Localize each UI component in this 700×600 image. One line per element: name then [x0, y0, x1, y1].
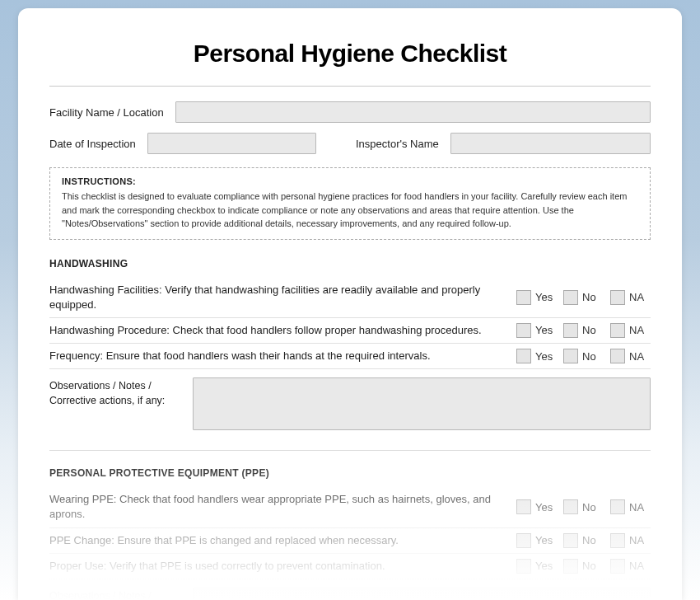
date-label: Date of Inspection — [49, 138, 136, 150]
checklist-item-text: Proper Use: Verify that PPE is used corr… — [49, 559, 510, 574]
label-yes: Yes — [535, 501, 557, 513]
date-inspector-row: Date of Inspection Inspector's Name — [49, 133, 651, 154]
page-title: Personal Hygiene Checklist — [49, 40, 651, 68]
checklist-row: Handwashing Procedure: Check that food h… — [49, 318, 651, 344]
label-no: No — [582, 350, 604, 363]
inspector-label: Inspector's Name — [356, 138, 439, 150]
checklist-item-text: Wearing PPE: Check that food handlers we… — [49, 492, 510, 522]
label-yes: Yes — [535, 324, 557, 336]
checkbox-yes[interactable] — [516, 533, 531, 548]
checkbox-na[interactable] — [610, 499, 625, 514]
label-na: NA — [629, 291, 651, 303]
checklist-item-text: PPE Change: Ensure that PPE is changed a… — [49, 533, 510, 548]
checklist-item-text: Handwashing Facilities: Verify that hand… — [49, 283, 510, 312]
label-na: NA — [629, 560, 651, 572]
checklist-row: PPE Change: Ensure that PPE is changed a… — [49, 528, 651, 554]
label-yes: Yes — [535, 291, 557, 303]
checkbox-no[interactable] — [563, 499, 578, 514]
instructions-heading: INSTRUCTIONS: — [62, 176, 638, 186]
document-page: Personal Hygiene Checklist Facility Name… — [18, 8, 682, 600]
checkbox-yes[interactable] — [516, 559, 531, 574]
checkbox-yes[interactable] — [516, 349, 531, 363]
instructions-text: This checklist is designed to evaluate c… — [62, 190, 638, 231]
checkbox-na[interactable] — [610, 349, 625, 363]
facility-label: Facility Name / Location — [49, 106, 164, 119]
checkbox-no[interactable] — [563, 559, 578, 574]
checkbox-na[interactable] — [610, 323, 625, 338]
checkbox-no[interactable] — [563, 323, 578, 338]
checkbox-na[interactable] — [610, 559, 625, 574]
label-na: NA — [629, 501, 651, 513]
label-yes: Yes — [535, 534, 557, 546]
label-na: NA — [629, 324, 651, 336]
label-no: No — [582, 324, 604, 336]
label-na: NA — [629, 350, 651, 363]
checkbox-no[interactable] — [563, 533, 578, 548]
label-yes: Yes — [535, 560, 557, 572]
checkbox-no[interactable] — [563, 290, 578, 305]
label-no: No — [582, 534, 604, 546]
observations-label: Observations / Notes / Corrective action… — [49, 588, 181, 600]
observations-textarea[interactable] — [193, 377, 651, 430]
section-heading-handwashing: HANDWASHING — [49, 258, 651, 270]
checkbox-yes[interactable] — [516, 290, 531, 305]
checklist-row: Proper Use: Verify that PPE is used corr… — [49, 554, 651, 579]
section-heading-ppe: PERSONAL PROTECTIVE EQUIPMENT (PPE) — [49, 467, 651, 479]
checklist-row: Wearing PPE: Check that food handlers we… — [49, 487, 651, 527]
checklist-row: Frequency: Ensure that food handlers was… — [49, 344, 651, 369]
inspector-input[interactable] — [450, 133, 651, 154]
label-no: No — [582, 291, 604, 303]
section-divider — [49, 450, 651, 451]
checklist-item-text: Handwashing Procedure: Check that food h… — [49, 323, 510, 338]
label-no: No — [582, 560, 604, 572]
checkbox-yes[interactable] — [516, 499, 531, 514]
label-no: No — [582, 501, 604, 513]
checkbox-yes[interactable] — [516, 323, 531, 338]
observations-row: Observations / Notes / Corrective action… — [49, 377, 651, 430]
checkbox-no[interactable] — [563, 349, 578, 363]
facility-input[interactable] — [175, 101, 651, 123]
checklist-item-text: Frequency: Ensure that food handlers was… — [49, 349, 510, 363]
title-divider — [49, 86, 651, 87]
instructions-box: INSTRUCTIONS: This checklist is designed… — [49, 167, 651, 240]
observations-row: Observations / Notes / Corrective action… — [49, 588, 651, 600]
date-input[interactable] — [147, 133, 316, 154]
checklist-row: Handwashing Facilities: Verify that hand… — [49, 278, 651, 318]
checkbox-na[interactable] — [610, 290, 625, 305]
label-na: NA — [629, 534, 651, 546]
checkbox-na[interactable] — [610, 533, 625, 548]
observations-label: Observations / Notes / Corrective action… — [49, 377, 181, 430]
observations-textarea[interactable] — [193, 588, 651, 600]
label-yes: Yes — [535, 350, 557, 363]
facility-row: Facility Name / Location — [49, 101, 651, 123]
